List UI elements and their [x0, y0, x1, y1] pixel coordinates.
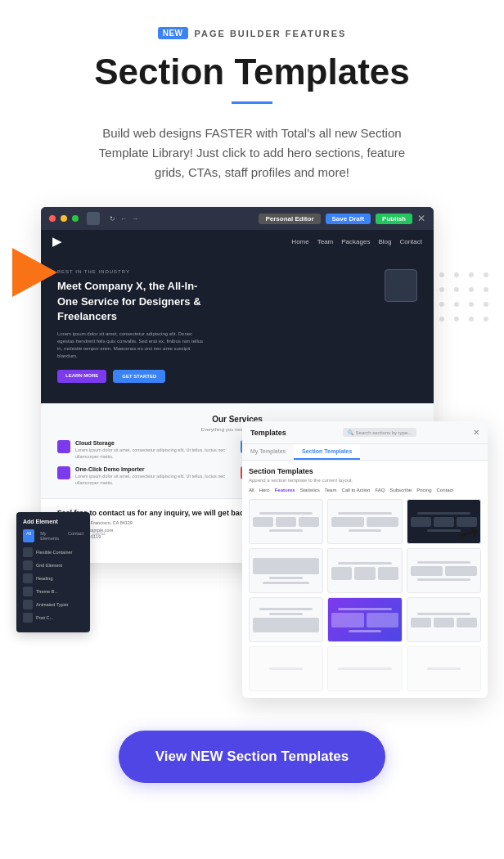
- panel-item-text-1: Flexible Container: [36, 550, 72, 555]
- filter-faq[interactable]: FAQ: [375, 488, 385, 492]
- browser-nav: ▶ Home Team Packages Blog Contact: [41, 230, 434, 253]
- hero-image: [385, 269, 417, 302]
- tc-block: [253, 618, 319, 632]
- templates-body-title: Section Templates: [249, 467, 481, 475]
- filter-features[interactable]: Features: [275, 488, 295, 492]
- tc-blocks: [331, 613, 398, 627]
- panel-item-icon-1: [23, 547, 33, 557]
- filter-all[interactable]: All: [249, 488, 254, 492]
- template-card-inner-1: [250, 500, 322, 543]
- hero-label: BEST IN THE INDUSTRY: [57, 269, 417, 274]
- panel-tab-my-elements[interactable]: My Elements: [37, 529, 62, 542]
- panel-item-3: Heading: [23, 573, 83, 583]
- template-card-8[interactable]: [327, 597, 402, 642]
- template-card-11[interactable]: [327, 646, 402, 691]
- template-card-inner-12: [407, 647, 480, 690]
- template-card-6[interactable]: [407, 548, 481, 593]
- templates-close-button[interactable]: ✕: [473, 428, 479, 437]
- tc-block: [367, 613, 398, 627]
- tc-block: [378, 567, 398, 580]
- templates-header: Templates 🔍 Search sections by type... ✕: [242, 421, 488, 444]
- filter-contact[interactable]: Contact: [436, 488, 453, 492]
- dot: [484, 317, 488, 322]
- browser-dot-green: [72, 215, 79, 222]
- tc-line: [349, 529, 382, 532]
- template-card-1[interactable]: [249, 499, 323, 544]
- template-card-5[interactable]: [327, 548, 402, 593]
- new-badge: NEW: [158, 27, 188, 39]
- nav-link-home[interactable]: Home: [291, 238, 308, 245]
- tc-block: [411, 618, 431, 627]
- filter-team[interactable]: Team: [325, 488, 337, 492]
- panel-item-2: Grid Element: [23, 560, 83, 570]
- panel-item-icon-5: [23, 600, 33, 609]
- template-card-inner-7: [250, 598, 322, 641]
- filter-cta[interactable]: Call to Action: [341, 488, 370, 492]
- section-templates-tab[interactable]: Section Templates: [294, 444, 360, 460]
- tc-block: [411, 517, 431, 527]
- dot: [469, 317, 474, 322]
- service-text-1: Lorem ipsum dolor sit amet, consectetur …: [75, 447, 234, 460]
- tc-block: [331, 567, 352, 580]
- tc-block: [331, 613, 363, 627]
- browser-bar: ↻ ← → Personal Editor Save Draft Publish…: [41, 207, 434, 230]
- filter-pricing[interactable]: Pricing: [416, 488, 431, 492]
- panel-tab-all[interactable]: All: [23, 529, 34, 542]
- learn-more-button[interactable]: LEARN MORE: [57, 370, 106, 383]
- search-placeholder: Search sections by type...: [356, 430, 412, 435]
- template-card-4[interactable]: [249, 548, 323, 593]
- panel-tab-social[interactable]: Social: [89, 529, 108, 542]
- tc-blocks: [253, 558, 319, 574]
- template-card-9[interactable]: [407, 597, 481, 642]
- nav-link-contact[interactable]: Contact: [399, 238, 422, 245]
- template-card-7[interactable]: [249, 597, 323, 642]
- template-card-2[interactable]: [327, 499, 402, 544]
- nav-links: Home Team Packages Blog Contact: [291, 238, 422, 245]
- dot: [469, 302, 474, 307]
- preview-button[interactable]: Personal Editor: [259, 214, 320, 224]
- tc-block: [457, 618, 477, 627]
- badge-container: NEW PAGE BUILDER FEATURES: [158, 27, 347, 39]
- templates-body-subtitle: Append a section template to the current…: [249, 478, 481, 483]
- dot: [454, 287, 459, 292]
- template-card-10[interactable]: [249, 646, 323, 691]
- nav-logo: ▶: [52, 235, 61, 248]
- hero-buttons: LEARN MORE GET STARTED: [57, 370, 417, 383]
- badge-text: PAGE BUILDER FEATURES: [195, 29, 347, 38]
- save-draft-button[interactable]: Save Draft: [326, 214, 371, 224]
- dot: [484, 302, 488, 307]
- template-card-inner-11: [328, 647, 401, 690]
- dot: [439, 287, 444, 292]
- templates-panel: Templates 🔍 Search sections by type... ✕…: [242, 421, 488, 698]
- panel-tab-contact[interactable]: Contact: [65, 529, 87, 542]
- browser-dot-yellow: [61, 215, 67, 222]
- search-icon: 🔍: [348, 430, 353, 435]
- main-title: Section Templates: [33, 52, 471, 92]
- nav-link-team[interactable]: Team: [317, 238, 334, 245]
- my-templates-tab[interactable]: My Templates: [242, 444, 294, 460]
- tc-block: [434, 517, 454, 527]
- filter-subscribe[interactable]: Subscribe: [389, 488, 412, 492]
- nav-link-blog[interactable]: Blog: [378, 238, 391, 245]
- templates-search[interactable]: 🔍 Search sections by type...: [343, 428, 417, 437]
- filter-hero[interactable]: Hero: [259, 488, 270, 492]
- panel-item-text-5: Animated Typist: [36, 602, 68, 607]
- browser-icon: [87, 212, 100, 225]
- tc-line: [338, 512, 391, 515]
- templates-panel-title: Templates: [250, 429, 286, 437]
- tc-line: [338, 608, 391, 610]
- template-card-inner-9: [407, 598, 480, 641]
- cta-button[interactable]: View NEW Section Templates: [119, 731, 386, 783]
- template-card-12[interactable]: [407, 646, 481, 691]
- service-title-1: Cloud Storage: [75, 440, 234, 446]
- mockup-container: ↻ ← → Personal Editor Save Draft Publish…: [16, 207, 488, 698]
- dot: [439, 302, 444, 307]
- template-grid: [249, 499, 481, 691]
- get-started-button[interactable]: GET STARTED: [113, 370, 165, 383]
- panel-item-text-3: Heading: [36, 576, 53, 581]
- close-button[interactable]: ✕: [417, 213, 425, 224]
- publish-button[interactable]: Publish: [376, 214, 412, 224]
- tc-line: [338, 562, 391, 564]
- filter-statistics[interactable]: Statistics: [300, 488, 320, 492]
- nav-link-packages[interactable]: Packages: [341, 238, 370, 245]
